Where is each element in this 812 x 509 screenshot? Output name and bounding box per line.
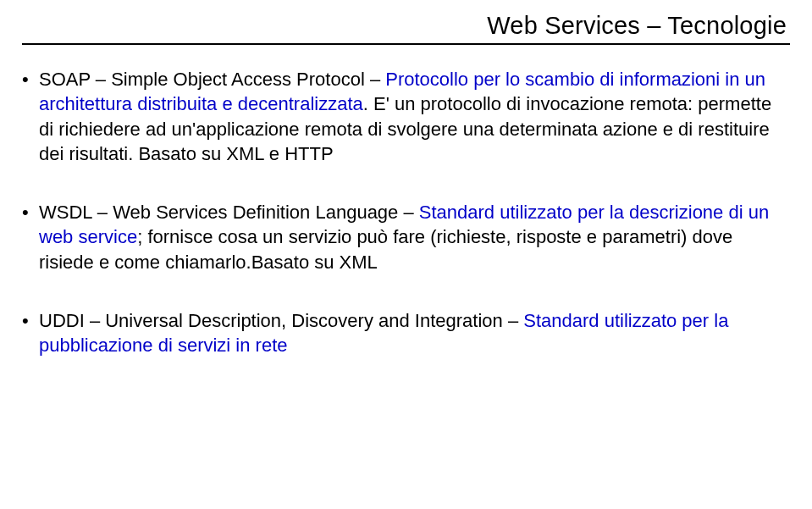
list-item-rest: ; fornisce cosa un servizio può fare (ri…	[39, 226, 732, 272]
list-item: SOAP – Simple Object Access Protocol – P…	[22, 67, 790, 166]
list-item-lead: UDDI – Universal Description, Discovery …	[39, 310, 523, 331]
divider	[22, 43, 790, 45]
list-item-lead: SOAP – Simple Object Access Protocol –	[39, 69, 385, 90]
list-item-lead: WSDL – Web Services Definition Language …	[39, 202, 419, 223]
list-item: WSDL – Web Services Definition Language …	[22, 200, 790, 274]
slide-title: Web Services – Tecnologie	[22, 12, 790, 40]
slide: Web Services – Tecnologie SOAP – Simple …	[0, 0, 812, 509]
list-item: UDDI – Universal Description, Discovery …	[22, 308, 790, 358]
bullet-list: SOAP – Simple Object Access Protocol – P…	[22, 67, 790, 357]
